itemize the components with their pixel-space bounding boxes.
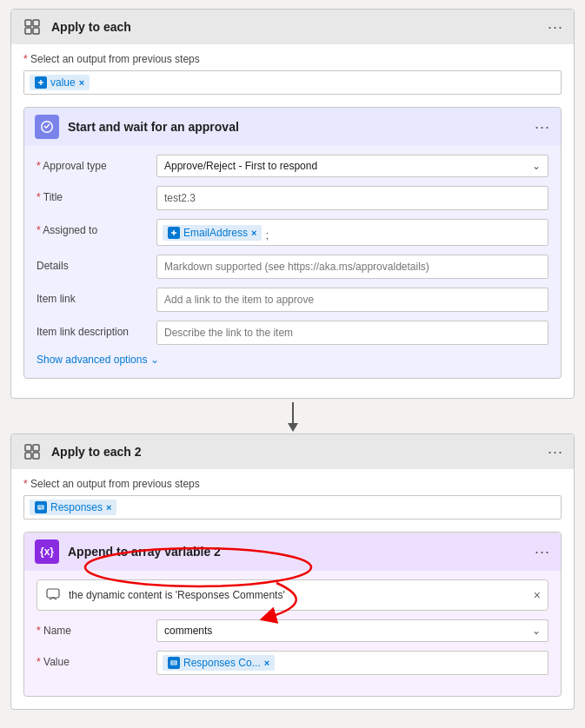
assigned-to-tag-box[interactable]: EmailAddress × ; — [156, 219, 548, 246]
responses-comments-icon — [168, 657, 180, 669]
show-advanced-options[interactable]: Show advanced options ⌄ — [37, 354, 548, 366]
name-field-label: * Name — [37, 619, 150, 637]
svg-rect-2 — [25, 28, 31, 34]
output-tag-box-1[interactable]: value × — [23, 70, 562, 95]
approval-title-input[interactable] — [156, 186, 548, 210]
details-row: Details — [37, 255, 548, 279]
approval-title-row: * Title — [37, 186, 548, 210]
value-tag: value × — [30, 75, 90, 90]
tooltip-box: the dynamic content is 'Responses Commen… — [37, 579, 548, 611]
approval-type-row: * Approval type Approve/Reject - First t… — [37, 155, 548, 177]
apply-each-icon — [22, 17, 43, 37]
show-advanced-chevron: ⌄ — [150, 354, 159, 366]
value-tag-box[interactable]: Responses Co... × — [156, 651, 548, 675]
tooltip-icon — [46, 587, 62, 603]
item-link-value — [156, 288, 548, 312]
array-variable-body: the dynamic content is 'Responses Commen… — [24, 571, 561, 696]
value-field-label: * Value — [37, 651, 150, 668]
approval-icon — [35, 115, 59, 139]
responses-comments-label: Responses Co... — [183, 657, 261, 669]
name-chevron: ⌄ — [532, 625, 541, 637]
svg-rect-11 — [47, 589, 59, 598]
approval-title-field-value — [156, 186, 548, 210]
name-field-row: * Name comments ⌄ — [37, 619, 548, 642]
svg-rect-8 — [33, 445, 39, 451]
responses-tag-icon — [35, 501, 47, 513]
approval-header: Start and wait for an approval ··· — [24, 108, 561, 146]
details-input[interactable] — [156, 255, 548, 279]
apply-to-each-1-title: Apply to each — [51, 20, 131, 34]
svg-rect-1 — [33, 20, 39, 26]
semicolon: ; — [265, 223, 269, 242]
assigned-to-row: * Assigned to — [37, 219, 548, 246]
item-link-desc-value — [156, 321, 548, 345]
array-icon-label: {x} — [40, 546, 54, 558]
apply-each-2-icon — [22, 441, 43, 462]
email-tag-label: EmailAddress — [183, 227, 248, 239]
approval-body: * Approval type Approve/Reject - First t… — [24, 146, 561, 378]
array-variable-title: Append to array variable 2 — [68, 545, 221, 559]
apply-to-each-2-menu[interactable]: ··· — [548, 443, 563, 461]
item-link-desc-label: Item link description — [37, 321, 150, 338]
apply-to-each-2-header: Apply to each 2 ··· — [11, 434, 574, 469]
item-link-label: Item link — [37, 288, 150, 305]
details-label: Details — [37, 255, 150, 272]
responses-comments-close[interactable]: × — [264, 658, 269, 668]
item-link-row: Item link — [37, 288, 548, 312]
select-output-label-2: * Select an output from previous steps — [23, 478, 562, 490]
approval-type-text: Approve/Reject - First to respond — [164, 160, 317, 172]
apply-to-each-2-title: Apply to each 2 — [51, 445, 141, 459]
responses-tag-label: Responses — [50, 501, 103, 513]
details-value — [156, 255, 548, 279]
approval-type-value: Approve/Reject - First to respond ⌄ — [156, 155, 548, 177]
approval-type-select[interactable]: Approve/Reject - First to respond ⌄ — [156, 155, 548, 177]
approval-type-label: * Approval type — [37, 155, 150, 172]
item-link-desc-row: Item link description — [37, 321, 548, 345]
svg-rect-7 — [25, 445, 31, 451]
item-link-input[interactable] — [156, 288, 548, 312]
item-link-desc-input[interactable] — [156, 321, 548, 345]
output-tag-box-2[interactable]: Responses × — [23, 495, 562, 520]
array-header-left: {x} Append to array variable 2 — [35, 539, 221, 564]
email-tag-icon — [168, 227, 180, 239]
array-variable-menu[interactable]: ··· — [535, 543, 550, 561]
apply-to-each-2-body: * Select an output from previous steps R… — [11, 469, 574, 709]
apply-to-each-1-header: Apply to each ··· — [11, 10, 574, 44]
responses-tag: Responses × — [30, 500, 116, 515]
array-variable-block: {x} Append to array variable 2 ··· — [23, 532, 562, 697]
arrow-connector — [10, 402, 575, 433]
array-variable-header: {x} Append to array variable 2 ··· — [24, 533, 561, 571]
apply-to-each-1-menu[interactable]: ··· — [548, 18, 563, 36]
value-tag-close[interactable]: × — [79, 77, 84, 88]
select-output-label-1: * Select an output from previous steps — [23, 53, 562, 65]
tooltip-text: the dynamic content is 'Responses Commen… — [69, 589, 285, 601]
svg-rect-9 — [25, 453, 31, 459]
svg-marker-6 — [288, 423, 298, 432]
approval-title-field-label: * Title — [37, 186, 150, 203]
value-tag-icon — [35, 76, 47, 89]
tooltip-close[interactable]: × — [534, 588, 541, 602]
show-advanced-label: Show advanced options — [37, 354, 147, 366]
name-value-text: comments — [164, 625, 212, 637]
assigned-to-value: EmailAddress × ; — [156, 219, 548, 246]
svg-rect-0 — [25, 20, 31, 26]
approval-type-chevron: ⌄ — [532, 160, 541, 172]
apply-to-each-1-container: Apply to each ··· * Select an output fro… — [10, 9, 575, 399]
responses-tag-close[interactable]: × — [106, 502, 111, 513]
apply-to-each-2-container: Apply to each 2 ··· * Select an output f… — [10, 433, 575, 710]
email-address-tag: EmailAddress × — [163, 225, 262, 241]
approval-header-left: Start and wait for an approval — [35, 115, 239, 139]
approval-title: Start and wait for an approval — [68, 120, 239, 134]
approval-block: Start and wait for an approval ··· * App… — [23, 107, 562, 379]
value-field-row: * Value — [37, 651, 548, 675]
apply-to-each-1-header-left: Apply to each — [22, 17, 131, 37]
email-tag-close[interactable]: × — [251, 228, 256, 238]
svg-rect-10 — [33, 453, 39, 459]
value-field-value: Responses Co... × — [156, 651, 548, 675]
svg-rect-3 — [33, 28, 39, 34]
approval-menu[interactable]: ··· — [535, 118, 550, 136]
name-field-value: comments ⌄ — [156, 619, 548, 642]
apply-to-each-1-body: * Select an output from previous steps v… — [11, 44, 574, 398]
name-select[interactable]: comments ⌄ — [156, 619, 548, 642]
assigned-to-label: * Assigned to — [37, 219, 150, 236]
